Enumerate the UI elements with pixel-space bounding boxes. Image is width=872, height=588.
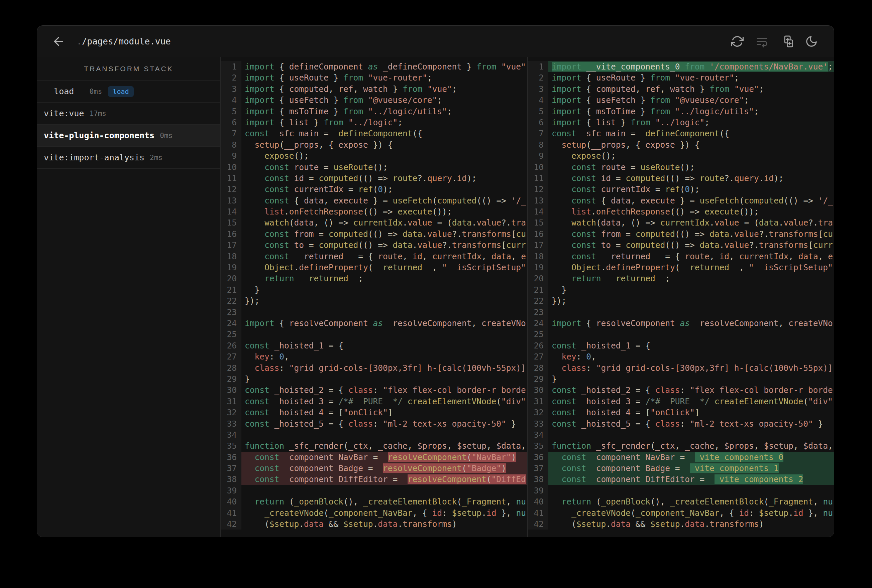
code-token: nu (823, 508, 833, 518)
code-token: defineProperty (606, 262, 675, 272)
code-token: ( (457, 497, 462, 507)
code-token: function (552, 441, 591, 451)
line-number: 34 (528, 429, 548, 440)
refresh-icon[interactable] (731, 35, 744, 48)
code-token: : (373, 385, 383, 395)
code-text: const { data, execute } = useFetch(compu… (548, 195, 834, 206)
code-token: , (407, 441, 418, 451)
code-token: _defineComponent (640, 129, 720, 138)
code-token: _ (403, 474, 407, 484)
code-line: 37 const _component_Badge = _resolveComp… (221, 463, 527, 474)
sidebar-item--load-[interactable]: __load__0msload (37, 81, 220, 103)
code-line: 42 ($setup.data && $setup.data.transform… (221, 519, 527, 530)
code-line: 32const _hoisted_4 = ["onClick"] (221, 407, 527, 418)
code-token: const (552, 397, 576, 406)
sidebar-item-vite-import-analysis[interactable]: vite:import-analysis2ms (37, 147, 220, 169)
code-token: } (695, 84, 710, 94)
wrap-lines-icon[interactable] (756, 35, 768, 48)
code-token: ; (526, 62, 527, 72)
code-text: const currentIdx = ref(0); (241, 184, 527, 195)
line-number: 33 (528, 418, 548, 429)
code-token: } (636, 106, 650, 116)
line-number: 36 (221, 452, 241, 463)
code-text (241, 429, 527, 440)
line-number: 22 (221, 296, 241, 306)
code-line: 13 const { data, execute } = useFetch(co… (528, 195, 834, 206)
code-text: import { useFetch } from "@vueuse/core"; (241, 94, 527, 106)
code-token: ({ (413, 129, 422, 138)
sidebar-title: TRANSFORM STACK (37, 57, 220, 81)
inline-diff-icon[interactable] (780, 35, 793, 48)
code-token: nu (823, 497, 833, 507)
code-token: (); (373, 162, 388, 172)
code-token: resolveComponent (388, 452, 467, 462)
dark-mode-icon[interactable] (805, 35, 818, 48)
code-token: class (349, 385, 373, 395)
code-token: from (650, 73, 670, 82)
line-number: 5 (528, 106, 548, 117)
code-line: 11 const id = computed(() => route?.quer… (221, 173, 527, 184)
code-token: _component_DiffEditor (586, 474, 695, 484)
code-token: _ctx (349, 441, 368, 451)
code-text: function _sfc_render(_ctx, _cache, $prop… (241, 440, 527, 452)
code-token: class (255, 363, 280, 373)
code-token: _Fragment (462, 497, 506, 507)
code-line: 34 (221, 429, 527, 440)
code-token: /*#__PURE__*/ (645, 397, 710, 406)
code-token: $setup (759, 508, 789, 518)
code-token: createVNo (788, 318, 833, 328)
line-number: 42 (221, 519, 241, 530)
code-token: . (403, 218, 407, 228)
code-token: computed (329, 229, 368, 239)
code-text: import { list } from "../logic"; (548, 117, 834, 128)
code-token: }, (496, 508, 516, 518)
code-token: { (596, 196, 611, 206)
code-token: _createElementVNode (710, 397, 803, 406)
code-token: , (813, 497, 823, 507)
code-token: const (265, 173, 289, 183)
code-token: const (562, 452, 586, 462)
code-line: 31const _hoisted_3 = /*#__PURE__*/_creat… (528, 396, 834, 407)
code-text: } (241, 374, 527, 384)
code-token: execute (705, 207, 739, 216)
code-token: computed (319, 173, 358, 183)
code-token: to (289, 240, 304, 250)
code-token: _component_NavBar (586, 452, 675, 462)
code-token: resolveComponent (596, 318, 675, 328)
code-token: list (571, 207, 591, 216)
code-line: 40 return (_openBlock(), _createElementB… (221, 496, 527, 507)
line-number: 7 (221, 128, 241, 139)
code-token: , (739, 262, 749, 272)
code-token: cu (823, 229, 833, 239)
line-number: 27 (528, 351, 548, 362)
code-token: useRoute (289, 73, 329, 82)
code-text: ($setup.data && $setup.data.transforms) (548, 519, 834, 530)
code-line: 18 const __returned__ = { route, id, cur… (221, 251, 527, 262)
code-line: 19 Object.defineProperty(__returned__, "… (221, 262, 527, 273)
code-text: import { computed, ref, watch } from "vu… (241, 84, 527, 94)
code-token: . (299, 519, 304, 529)
code-text: import { computed, ref, watch } from "vu… (548, 84, 834, 94)
code-token: $setup (576, 519, 606, 529)
code-token: __returned__ (680, 262, 739, 272)
code-token: : (279, 363, 289, 373)
line-number: 4 (221, 94, 241, 106)
code-token: as (368, 318, 388, 328)
code-token: . (606, 519, 611, 529)
code-token: return (562, 497, 591, 507)
line-number: 31 (528, 396, 548, 407)
code-token: = { (324, 341, 343, 351)
code-token: _component_NavBar (329, 508, 413, 518)
code-token: { (275, 318, 289, 328)
code-line: 30const _hoisted_2 = { class: "flex flex… (528, 384, 834, 396)
code-token: id (794, 508, 803, 518)
code-token: = (650, 184, 665, 194)
sidebar-item-vite-plugin-components[interactable]: vite-plugin-components0ms (37, 124, 220, 147)
code-token: const (562, 474, 586, 484)
code-token: ()); (432, 207, 452, 216)
code-text: import { defineComponent as _defineCompo… (241, 61, 527, 72)
back-button[interactable] (52, 35, 65, 48)
line-number: 17 (221, 240, 241, 250)
code-line: 5import { msToTime } from "../logic/util… (221, 106, 527, 117)
sidebar-item-vite-vue[interactable]: vite:vue17ms (37, 103, 220, 124)
